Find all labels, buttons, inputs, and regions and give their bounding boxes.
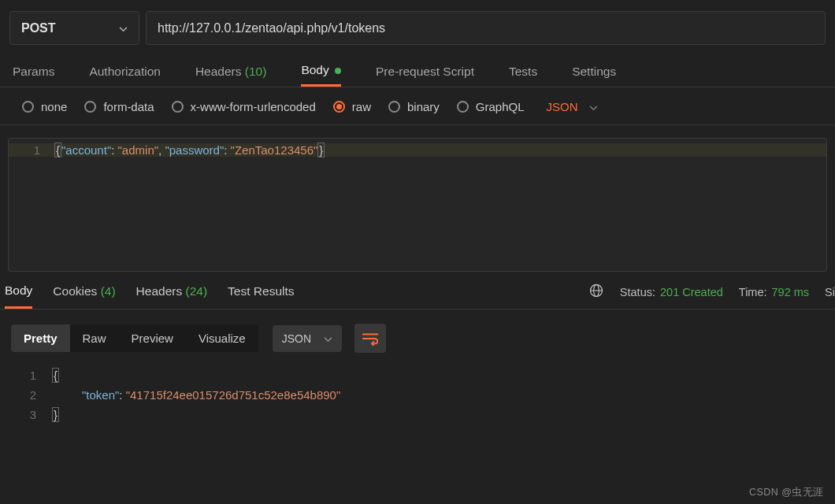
response-tabs: Body Cookies (4) Headers (24) Test Resul… (0, 272, 835, 309)
request-tabs: Params Authorization Headers (10) Body P… (0, 56, 835, 87)
tab-headers[interactable]: Headers (10) (195, 65, 266, 87)
resp-line: 3 } (14, 405, 835, 424)
time-value: 792 ms (772, 286, 810, 298)
status-pair: Status: 201 Created (620, 286, 723, 298)
line-number: 1 (9, 143, 54, 157)
http-method-select[interactable]: POST (9, 11, 139, 45)
tab-settings[interactable]: Settings (572, 65, 616, 87)
cookies-count: (4) (101, 284, 116, 298)
resp-line: 2 "token": "41715f24ee015726d751c52e8e54… (14, 385, 835, 405)
response-tab-testresults[interactable]: Test Results (228, 284, 294, 308)
resp-code: "token": "41715f24ee015726d751c52e8e54b8… (49, 388, 835, 402)
tab-tests[interactable]: Tests (509, 65, 537, 87)
request-body-editor-zone: 1 {"account": "admin", "password": "ZenT… (0, 125, 835, 272)
resp-code: } (49, 408, 835, 421)
chevron-down-icon (119, 21, 128, 35)
size-label-cut: Si (825, 286, 835, 298)
body-type-label: none (41, 100, 67, 113)
wrap-lines-button[interactable] (354, 324, 386, 353)
response-format-select[interactable]: JSON (273, 325, 342, 352)
response-toolbar: Pretty Raw Preview Visualize JSON (0, 309, 835, 361)
resp-line: 1 { (14, 365, 835, 385)
view-preview[interactable]: Preview (119, 324, 186, 352)
response-body[interactable]: 1 { 2 "token": "41715f24ee015726d751c52e… (0, 361, 835, 424)
body-type-raw[interactable]: raw (333, 100, 371, 113)
response-meta: Status: 201 Created Time: 792 ms Si (588, 283, 835, 301)
request-body-editor[interactable]: 1 {"account": "admin", "password": "ZenT… (8, 138, 827, 272)
status-value: 201 Created (660, 286, 723, 298)
body-type-none[interactable]: none (22, 100, 67, 113)
watermark: CSDN @虫无涯 (749, 486, 824, 499)
request-row: POST (0, 0, 835, 56)
radio-icon (172, 101, 184, 113)
editor-line: 1 {"account": "admin", "password": "ZenT… (9, 143, 826, 157)
body-type-label: binary (407, 100, 440, 113)
resp-code: { (49, 369, 835, 382)
url-input[interactable] (146, 11, 826, 45)
radio-icon (457, 101, 469, 113)
body-type-label: x-www-form-urlencoded (191, 100, 316, 113)
time-label: Time: (739, 286, 767, 298)
response-tab-cookies[interactable]: Cookies (4) (53, 284, 115, 308)
status-label: Status: (620, 286, 655, 298)
rheaders-label: Headers (136, 284, 183, 298)
chevron-down-icon (324, 332, 332, 345)
response-view-segment: Pretty Raw Preview Visualize (11, 324, 258, 352)
raw-format-select[interactable]: JSON (547, 100, 598, 113)
raw-format-label: JSON (547, 100, 578, 113)
body-type-graphql[interactable]: GraphQL (457, 100, 525, 113)
globe-icon[interactable] (588, 283, 604, 301)
tab-body-label: Body (301, 63, 328, 76)
tab-prerequest[interactable]: Pre-request Script (376, 65, 474, 87)
line-number: 2 (14, 388, 49, 402)
cookies-label: Cookies (53, 284, 97, 298)
line-number: 3 (14, 408, 49, 421)
body-type-binary[interactable]: binary (388, 100, 440, 113)
body-type-label: form-data (103, 100, 154, 113)
radio-selected-icon (333, 101, 345, 113)
rheaders-count: (24) (186, 284, 208, 298)
view-raw[interactable]: Raw (70, 324, 119, 352)
body-modified-dot-icon (335, 68, 341, 74)
tab-params[interactable]: Params (13, 65, 54, 87)
editor-code: {"account": "admin", "password": "ZenTao… (54, 143, 826, 157)
chevron-down-icon (589, 100, 598, 113)
view-pretty[interactable]: Pretty (11, 324, 70, 352)
tab-authorization[interactable]: Authorization (89, 65, 160, 87)
body-type-options: none form-data x-www-form-urlencoded raw… (0, 87, 835, 125)
body-type-label: GraphQL (476, 100, 525, 113)
body-type-formdata[interactable]: form-data (84, 100, 154, 113)
response-tab-headers[interactable]: Headers (24) (136, 284, 207, 308)
headers-count: (10) (245, 65, 267, 78)
body-type-label: raw (352, 100, 371, 113)
tab-body[interactable]: Body (301, 63, 341, 87)
view-visualize[interactable]: Visualize (186, 324, 258, 352)
tab-headers-label: Headers (195, 65, 242, 78)
radio-icon (84, 101, 96, 113)
response-tab-body[interactable]: Body (5, 284, 32, 309)
body-type-xform[interactable]: x-www-form-urlencoded (172, 100, 316, 113)
response-format-label: JSON (282, 332, 311, 345)
method-label: POST (21, 21, 56, 35)
radio-icon (22, 101, 34, 113)
line-number: 1 (14, 369, 49, 382)
time-pair: Time: 792 ms (739, 286, 809, 298)
radio-icon (388, 101, 400, 113)
